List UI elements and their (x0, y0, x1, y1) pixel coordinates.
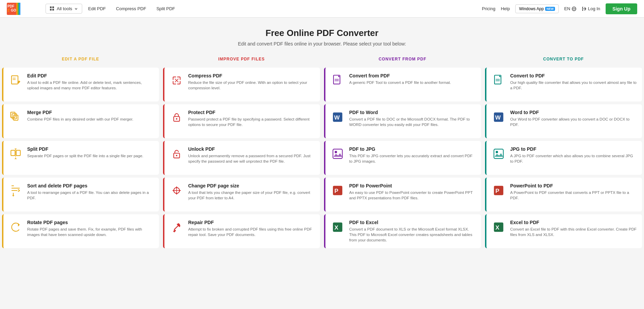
globe-icon (572, 6, 576, 11)
svg-rect-5 (18, 3, 19, 15)
list-item[interactable]: WPDF to WordConvert a PDF file to DOC or… (324, 104, 481, 138)
pdf-generic-icon (330, 73, 345, 88)
sort-icon (8, 183, 23, 198)
tool-name: Unlock PDF (188, 146, 315, 152)
tool-info: Rotate PDF pagesRotate PDF pages and sav… (27, 220, 154, 237)
tool-desc: Convert a PDF document to XLS or the Mic… (349, 226, 476, 243)
tool-desc: A tool to edit a PDF file online. Add or… (27, 80, 154, 91)
pdf-ppt-icon: P (330, 183, 345, 198)
tool-name: Convert to PDF (510, 73, 637, 78)
list-item[interactable]: Sort and delete PDF pagesA tool to rearr… (2, 178, 159, 212)
protect-icon (169, 110, 184, 125)
svg-text:W: W (334, 114, 340, 121)
tool-desc: Separate PDF pages or split the PDF file… (27, 153, 143, 159)
list-item[interactable]: PPDF to PowerPointAn easy to use PDF to … (324, 178, 481, 212)
tool-name: Sort and delete PDF pages (27, 183, 154, 188)
col-header-improve: IMPROVE PDF FILES (161, 53, 322, 66)
svg-rect-22 (16, 150, 20, 156)
tool-info: Split PDFSeparate PDF pages or split the… (27, 146, 143, 159)
logo[interactable]: PDF 2 GO (7, 3, 37, 15)
tool-desc: Password protect a PDF file by specifyin… (188, 116, 315, 127)
windows-app-button[interactable]: Windows App NEW (515, 4, 559, 13)
tool-name: PDF to JPG (349, 146, 476, 152)
list-item[interactable]: Repair PDFAttempt to fix broken and corr… (163, 214, 320, 248)
tool-name: PDF to Word (349, 110, 476, 115)
svg-rect-19 (12, 114, 17, 119)
tools-grid: EDIT A PDF FILEEdit PDFA tool to edit a … (0, 53, 644, 256)
page-hero: Free Online PDF Converter Edit and conve… (0, 18, 644, 53)
login-button[interactable]: Log In (582, 6, 600, 11)
column-convert_from: CONVERT FROM PDFConvert from PDFA generi… (322, 53, 483, 250)
login-icon (582, 6, 587, 11)
signup-label: Sign Up (612, 6, 630, 12)
tool-desc: A tool that lets you change the paper si… (188, 190, 315, 201)
svg-rect-10 (52, 9, 54, 11)
rotate-icon (8, 220, 23, 235)
login-label: Log In (588, 6, 600, 11)
language-selector[interactable]: EN (564, 6, 576, 11)
list-item[interactable]: XPDF to ExcelConvert a PDF document to X… (324, 214, 481, 248)
svg-rect-14 (12, 76, 18, 84)
svg-line-29 (177, 79, 178, 80)
list-item[interactable]: Change PDF page sizeA tool that lets you… (163, 178, 320, 212)
tool-info: JPG to PDFA JPG to PDF converter which a… (510, 146, 637, 164)
tool-name: PDF to Excel (349, 220, 476, 225)
list-item[interactable]: JPG to PDFA JPG to PDF converter which a… (485, 141, 642, 175)
list-item[interactable]: Protect PDFPassword protect a PDF file b… (163, 104, 320, 138)
svg-rect-9 (50, 9, 52, 11)
nav-compress-pdf[interactable]: Compress PDF (112, 4, 150, 13)
list-item[interactable]: PDF to JPGThis PDF to JPG converter lets… (324, 141, 481, 175)
list-item[interactable]: Edit PDFA tool to edit a PDF file online… (2, 68, 159, 102)
tool-name: Repair PDF (188, 220, 315, 225)
list-item[interactable]: Split PDFSeparate PDF pages or split the… (2, 141, 159, 175)
tool-info: PDF to WordConvert a PDF file to DOC or … (349, 110, 476, 127)
nav-split-pdf[interactable]: Split PDF (152, 4, 179, 13)
list-item[interactable]: Compress PDFReduce the file size of your… (163, 68, 320, 102)
tool-desc: An easy to use PDF to PowerPoint convert… (349, 190, 476, 201)
pricing-link[interactable]: Pricing (482, 6, 496, 11)
svg-line-30 (175, 80, 177, 82)
page-subtitle: Edit and convert PDF files online in you… (7, 41, 637, 47)
svg-text:P: P (335, 187, 339, 194)
tool-desc: A generic PDF Tool to convert a PDF file… (349, 80, 451, 85)
tool-info: Edit PDFA tool to edit a PDF file online… (27, 73, 154, 91)
unlock-icon (169, 146, 184, 161)
grid-icon (50, 6, 55, 11)
tool-info: Protect PDFPassword protect a PDF file b… (188, 110, 315, 127)
list-item[interactable]: WWord to PDFOur Word to PDF converter al… (485, 104, 642, 138)
resize-icon (169, 183, 184, 198)
edit-icon (8, 73, 23, 88)
nav-edit-pdf[interactable]: Edit PDF (84, 4, 110, 13)
svg-rect-21 (11, 150, 15, 156)
tool-name: JPG to PDF (510, 146, 637, 152)
svg-text:2: 2 (7, 8, 10, 12)
svg-point-35 (176, 155, 177, 156)
list-item[interactable]: Merge PDFCombine PDF files in any desire… (2, 104, 159, 138)
tool-info: Change PDF page sizeA tool that lets you… (188, 183, 315, 201)
list-item[interactable]: XExcel to PDFConvert an Excel file to PD… (485, 214, 642, 248)
list-item[interactable]: PPowerPoint to PDFA PowerPoint to PDF co… (485, 178, 642, 212)
tool-info: Word to PDFOur Word to PDF converter all… (510, 110, 637, 127)
lang-label: EN (564, 6, 570, 11)
svg-text:P: P (496, 187, 500, 194)
list-item[interactable]: Convert from PDFA generic PDF Tool to co… (324, 68, 481, 102)
svg-text:X: X (335, 224, 339, 231)
nav-tools: All tools Edit PDF Compress PDF Split PD… (46, 4, 179, 14)
header: PDF 2 GO All tools Edit PDF Compress PDF… (0, 0, 644, 18)
svg-text:PDF: PDF (7, 4, 14, 8)
new-badge: NEW (545, 7, 555, 11)
signup-button[interactable]: Sign Up (606, 3, 637, 14)
tool-desc: Rotate PDF pages and save them. Fix, for… (27, 226, 154, 237)
all-tools-button[interactable]: All tools (46, 4, 82, 14)
tool-name: Merge PDF (27, 110, 133, 115)
svg-rect-7 (50, 6, 52, 8)
list-item[interactable]: Convert to PDFOur high quality file conv… (485, 68, 642, 102)
list-item[interactable]: Unlock PDFUnlock and permanently remove … (163, 141, 320, 175)
list-item[interactable]: Rotate PDF pagesRotate PDF pages and sav… (2, 214, 159, 248)
merge-icon (8, 110, 23, 125)
tool-info: Sort and delete PDF pagesA tool to rearr… (27, 183, 154, 201)
jpg-pdf-icon (491, 146, 506, 161)
help-link[interactable]: Help (501, 6, 510, 11)
pdf-word-icon: W (330, 110, 345, 125)
svg-rect-4 (16, 3, 18, 15)
